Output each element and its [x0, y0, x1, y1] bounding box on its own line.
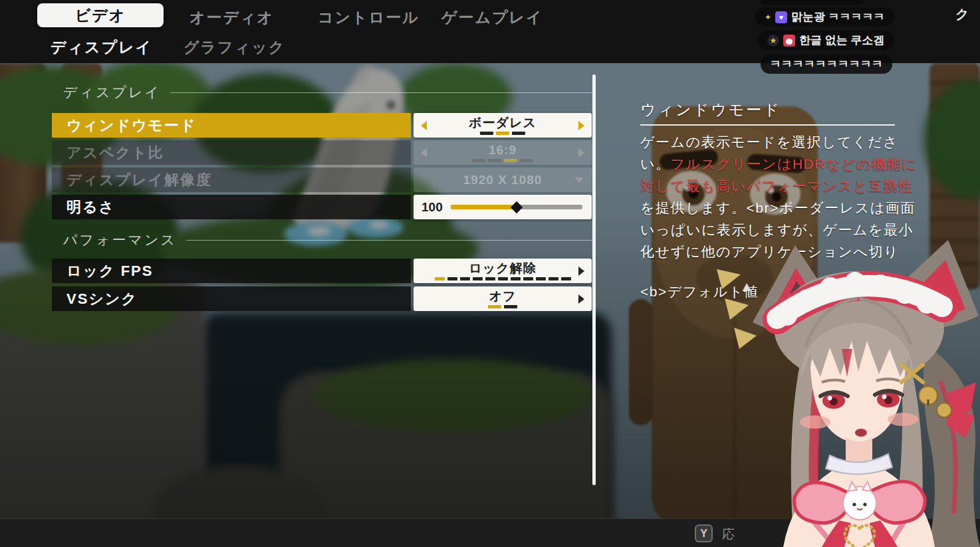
setting-row-lock-fps[interactable]: ロック FPS ロック解除 — [52, 259, 592, 283]
resolution-value: 1920 X 1080 — [463, 173, 543, 187]
aspect-ratio-label: アスペクト比 — [52, 140, 411, 165]
chat-text: 한글 없는 쿠소겜 — [799, 33, 884, 48]
vsync-stepper[interactable]: オフ — [414, 286, 592, 311]
section-display-title: ディスプレイ — [63, 83, 161, 102]
game-settings-screen: ビデオ オーディオ コントロール ゲームプレイ ディスプレイ グラフィック ディ… — [0, 0, 980, 547]
setting-row-resolution: ディスプレイ解像度 1920 X 1080 — [52, 167, 592, 192]
lock-fps-value: ロック解除 — [469, 260, 536, 277]
chat-message: ㅋㅋㅋㅋㅋㅋㅋㅋㅋㅋ — [761, 55, 892, 74]
chat-message: ✦ 맑눈광 ㅋㅋㅋㅋㅋ — [755, 7, 894, 27]
brightness-slider-box: 100 — [414, 195, 592, 219]
description-segment: を提供します。 — [640, 200, 746, 215]
stepper-left-icon — [421, 148, 427, 158]
option-dashes — [414, 305, 592, 308]
section-performance-title: パフォーマンス — [63, 231, 177, 249]
stepper-left-icon[interactable] — [421, 121, 427, 130]
brightness-label: 明るさ — [52, 195, 411, 219]
lock-fps-stepper[interactable]: ロック解除 — [414, 259, 592, 283]
stepper-right-icon — [578, 148, 584, 158]
slider-handle[interactable] — [511, 201, 523, 213]
option-dashes — [414, 159, 592, 162]
red-cat-badge-icon — [783, 35, 795, 47]
info-panel-title: ウィンドウモード — [640, 100, 895, 126]
option-dashes — [414, 132, 592, 135]
sparkle-icon: ✦ — [765, 13, 771, 22]
bottom-bar-right-text: ク — [955, 5, 969, 23]
section-performance: パフォーマンス — [63, 231, 594, 249]
setting-row-vsync[interactable]: VSシンク オフ — [52, 286, 592, 311]
resolution-dropdown: 1920 X 1080 — [414, 167, 592, 192]
section-divider — [170, 92, 594, 93]
slider-fill — [451, 205, 517, 209]
chat-message: 한글 없는 쿠소겜 — [758, 31, 894, 50]
vsync-value: オフ — [489, 288, 517, 305]
chat-text: 맑눈광 ㅋㅋㅋㅋㅋ — [791, 9, 885, 25]
resolution-label: ディスプレイ解像度 — [52, 167, 411, 192]
setting-row-window-mode[interactable]: ウィンドウモード ボーダレス — [52, 113, 592, 138]
option-dashes — [414, 277, 592, 280]
chat-bubble-partial — [759, 0, 866, 5]
aspect-ratio-stepper: 16:9 — [414, 140, 592, 165]
dropdown-caret-icon — [574, 177, 584, 183]
brightness-value: 100 — [422, 200, 443, 215]
description-segment-red: フルスクリーンはHDRなどの機能に対して最も高いパフォーマンスと互換性 — [640, 156, 917, 193]
stepper-right-icon[interactable] — [578, 294, 584, 304]
brightness-slider[interactable] — [451, 205, 582, 209]
setting-row-brightness[interactable]: 明るさ 100 — [52, 195, 592, 219]
window-mode-label: ウィンドウモード — [52, 113, 411, 138]
chat-text: ㅋㅋㅋㅋㅋㅋㅋㅋㅋㅋ — [770, 56, 883, 72]
purple-heart-badge-icon — [775, 11, 787, 23]
stepper-right-icon[interactable] — [578, 267, 584, 276]
gold-star-badge-icon — [767, 35, 779, 47]
aspect-ratio-value: 16:9 — [489, 143, 517, 158]
window-mode-value: ボーダレス — [469, 114, 537, 132]
window-mode-stepper[interactable]: ボーダレス — [414, 113, 592, 138]
stepper-right-icon[interactable] — [578, 121, 584, 130]
vtuber-avatar — [714, 235, 980, 547]
lock-fps-label: ロック FPS — [52, 259, 411, 283]
scrollbar[interactable] — [592, 74, 596, 485]
vsync-label: VSシンク — [52, 286, 411, 311]
setting-row-aspect-ratio: アスペクト比 16:9 — [52, 140, 592, 165]
section-display: ディスプレイ — [63, 83, 594, 102]
section-divider — [186, 240, 594, 241]
